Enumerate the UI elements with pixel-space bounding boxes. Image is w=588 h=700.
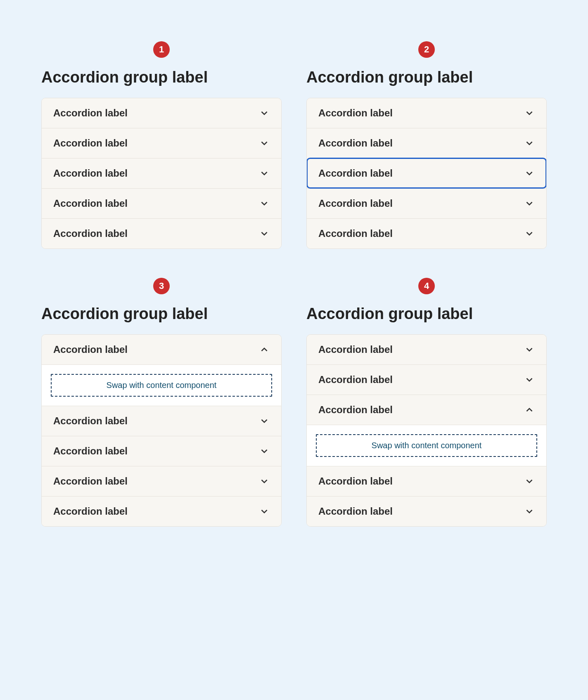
accordion-group-label: Accordion group label: [306, 305, 547, 323]
chevron-down-icon: [259, 168, 270, 179]
example-badge: 3: [153, 278, 170, 294]
accordion-item: Accordion label: [42, 98, 281, 128]
accordion-label: Accordion label: [318, 344, 393, 355]
accordion-label: Accordion label: [318, 137, 393, 149]
accordion-item: Accordion label: [42, 466, 281, 496]
accordion-item: Accordion label: [42, 496, 281, 526]
chevron-down-icon: [524, 506, 535, 517]
accordion-header[interactable]: Accordion label: [42, 218, 281, 248]
accordion-item: Accordion label Swap with content compon…: [307, 395, 546, 466]
accordion-header[interactable]: Accordion label: [307, 335, 546, 364]
chevron-down-icon: [524, 198, 535, 209]
accordion-label: Accordion label: [318, 506, 393, 517]
accordion-header[interactable]: Accordion label: [42, 188, 281, 218]
accordion-label: Accordion label: [318, 228, 393, 239]
chevron-down-icon: [524, 168, 535, 179]
accordion-label: Accordion label: [53, 344, 128, 355]
accordion-item: Accordion label: [42, 128, 281, 158]
chevron-down-icon: [259, 476, 270, 487]
example-3: 3 Accordion group label Accordion label …: [41, 278, 282, 527]
accordion-item: Accordion label: [307, 188, 546, 218]
chevron-down-icon: [524, 344, 535, 355]
example-2: 2 Accordion group label Accordion label …: [306, 41, 547, 249]
accordion-item: Accordion label: [307, 335, 546, 364]
accordion-label: Accordion label: [318, 198, 393, 209]
accordion-item: Accordion label: [42, 218, 281, 248]
accordion-header[interactable]: Accordion label: [42, 335, 281, 364]
accordion-label: Accordion label: [53, 506, 128, 517]
accordion-label: Accordion label: [53, 415, 128, 427]
chevron-down-icon: [259, 506, 270, 517]
example-badge: 2: [418, 41, 435, 58]
accordion-item: Accordion label: [307, 218, 546, 248]
accordion-header[interactable]: Accordion label: [42, 98, 281, 128]
accordion-header[interactable]: Accordion label: [307, 128, 546, 158]
chevron-down-icon: [524, 228, 535, 239]
accordion-header[interactable]: Accordion label: [42, 496, 281, 526]
accordion-item: Accordion label: [307, 158, 546, 188]
examples-grid: 1 Accordion group label Accordion label …: [41, 41, 547, 527]
chevron-down-icon: [524, 138, 535, 149]
accordion-label: Accordion label: [53, 107, 128, 119]
accordion-group: Accordion label Accordion label Accordio…: [41, 98, 282, 249]
chevron-down-icon: [524, 476, 535, 487]
accordion-header[interactable]: Accordion label: [307, 98, 546, 128]
accordion-header[interactable]: Accordion label: [307, 466, 546, 496]
chevron-up-icon: [524, 404, 535, 415]
accordion-panel: Swap with content component: [307, 425, 546, 466]
content-placeholder: Swap with content component: [51, 374, 272, 397]
accordion-header[interactable]: Accordion label: [42, 436, 281, 466]
example-1: 1 Accordion group label Accordion label …: [41, 41, 282, 249]
accordion-label: Accordion label: [53, 475, 128, 487]
chevron-down-icon: [259, 108, 270, 118]
accordion-header[interactable]: Accordion label: [307, 395, 546, 425]
accordion-header[interactable]: Accordion label: [307, 218, 546, 248]
accordion-label: Accordion label: [53, 198, 128, 209]
accordion-label: Accordion label: [53, 445, 128, 457]
accordion-label: Accordion label: [318, 168, 393, 179]
accordion-item: Accordion label: [307, 364, 546, 395]
accordion-header[interactable]: Accordion label: [307, 496, 546, 526]
chevron-down-icon: [524, 374, 535, 385]
chevron-down-icon: [259, 198, 270, 209]
accordion-item: Accordion label: [42, 406, 281, 436]
accordion-item: Accordion label: [42, 436, 281, 466]
accordion-header[interactable]: Accordion label: [307, 188, 546, 218]
chevron-down-icon: [524, 108, 535, 118]
accordion-header[interactable]: Accordion label: [42, 128, 281, 158]
example-badge: 1: [153, 41, 170, 58]
content-placeholder: Swap with content component: [316, 434, 537, 457]
accordion-group-label: Accordion group label: [41, 69, 282, 86]
accordion-label: Accordion label: [53, 137, 128, 149]
accordion-header[interactable]: Accordion label: [42, 466, 281, 496]
accordion-item: Accordion label: [307, 128, 546, 158]
accordion-label: Accordion label: [53, 168, 128, 179]
accordion-group-label: Accordion group label: [306, 69, 547, 86]
accordion-item: Accordion label: [307, 466, 546, 496]
accordion-item: Accordion label: [42, 158, 281, 188]
accordion-panel: Swap with content component: [42, 364, 281, 406]
accordion-group-label: Accordion group label: [41, 305, 282, 323]
accordion-header[interactable]: Accordion label: [42, 158, 281, 188]
accordion-group: Accordion label Swap with content compon…: [41, 334, 282, 527]
accordion-header[interactable]: Accordion label: [307, 364, 546, 395]
accordion-group: Accordion label Accordion label Accordio…: [306, 98, 547, 249]
example-4: 4 Accordion group label Accordion label …: [306, 278, 547, 527]
accordion-label: Accordion label: [318, 107, 393, 119]
accordion-label: Accordion label: [318, 475, 393, 487]
chevron-up-icon: [259, 344, 270, 355]
accordion-item: Accordion label: [42, 188, 281, 218]
accordion-label: Accordion label: [318, 374, 393, 385]
accordion-item: Accordion label: [307, 98, 546, 128]
chevron-down-icon: [259, 228, 270, 239]
accordion-label: Accordion label: [318, 404, 393, 416]
example-badge: 4: [418, 278, 435, 294]
chevron-down-icon: [259, 416, 270, 426]
accordion-item: Accordion label: [307, 496, 546, 526]
chevron-down-icon: [259, 446, 270, 456]
accordion-label: Accordion label: [53, 228, 128, 239]
chevron-down-icon: [259, 138, 270, 149]
accordion-header-focused[interactable]: Accordion label: [307, 158, 546, 188]
accordion-group: Accordion label Accordion label Accordio…: [306, 334, 547, 527]
accordion-header[interactable]: Accordion label: [42, 406, 281, 436]
